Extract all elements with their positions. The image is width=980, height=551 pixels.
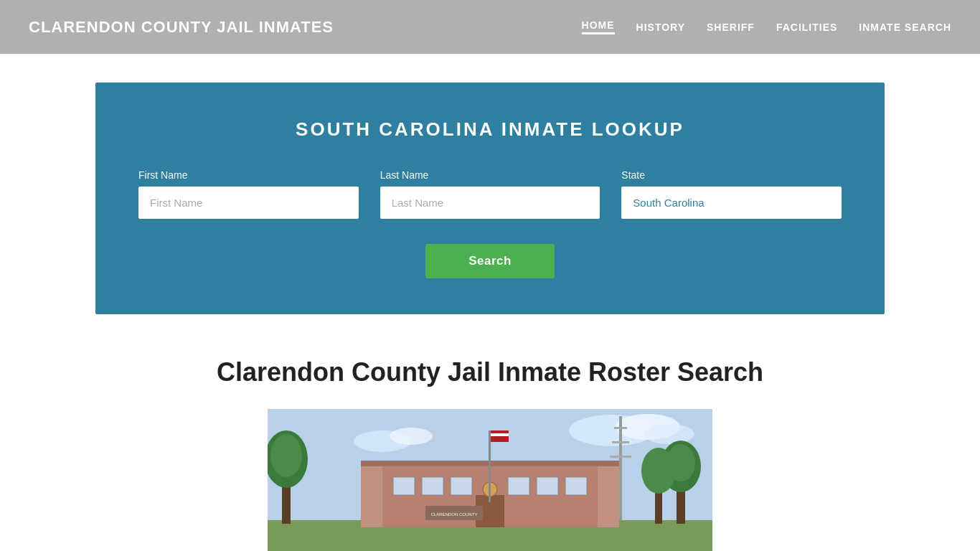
state-input[interactable] (621, 187, 842, 219)
svg-point-5 (390, 428, 433, 445)
svg-rect-30 (619, 416, 622, 520)
svg-rect-29 (491, 436, 509, 439)
state-label: State (621, 169, 842, 181)
svg-rect-23 (565, 477, 587, 495)
last-name-group: Last Name (380, 169, 600, 219)
nav-inmate-search[interactable]: INMATE SEARCH (859, 22, 951, 33)
search-button[interactable]: Search (425, 244, 555, 278)
page-heading: Clarendon County Jail Inmate Roster Sear… (124, 357, 856, 387)
svg-rect-32 (612, 441, 629, 443)
main-nav: HOME HISTORY SHERIFF FACILITIES INMATE S… (582, 19, 951, 34)
svg-point-9 (270, 434, 302, 477)
nav-home[interactable]: HOME (582, 19, 615, 34)
state-group: State (621, 169, 842, 219)
last-name-input[interactable] (380, 187, 600, 219)
header: CLARENDON COUNTY JAIL INMATES HOME HISTO… (0, 0, 980, 54)
svg-text:CLARENDON COUNTY: CLARENDON COUNTY (431, 512, 478, 517)
search-button-row: Search (138, 244, 842, 278)
svg-rect-19 (422, 477, 443, 495)
first-name-input[interactable] (138, 187, 359, 219)
first-name-group: First Name (138, 169, 359, 219)
svg-rect-33 (610, 456, 631, 458)
search-section-title: SOUTH CAROLINA INMATE LOOKUP (138, 118, 842, 141)
svg-rect-31 (614, 427, 627, 429)
main-content: Clarendon County Jail Inmate Roster Sear… (95, 343, 885, 551)
site-title: CLARENDON COUNTY JAIL INMATES (29, 18, 334, 37)
search-section: SOUTH CAROLINA INMATE LOOKUP First Name … (95, 83, 885, 314)
svg-rect-26 (489, 430, 491, 502)
nav-history[interactable]: HISTORY (636, 22, 685, 33)
nav-facilities[interactable]: FACILITIES (776, 22, 837, 33)
svg-point-3 (644, 424, 694, 444)
svg-rect-22 (537, 477, 558, 495)
svg-rect-28 (491, 433, 509, 436)
jail-image-container: CLARENDON COUNTY (124, 409, 856, 551)
search-fields-row: First Name Last Name State (138, 169, 842, 219)
jail-building-image: CLARENDON COUNTY (268, 409, 712, 551)
svg-point-14 (641, 448, 676, 494)
svg-rect-20 (451, 477, 472, 495)
last-name-label: Last Name (380, 169, 600, 181)
svg-rect-21 (508, 477, 529, 495)
svg-rect-18 (393, 477, 415, 495)
nav-sheriff[interactable]: SHERIFF (707, 22, 755, 33)
first-name-label: First Name (138, 169, 359, 181)
